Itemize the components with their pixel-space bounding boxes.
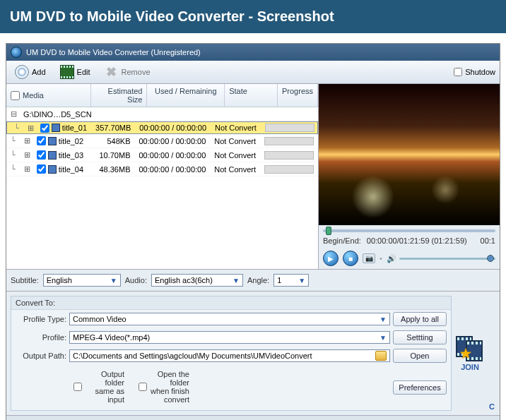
progress-bar xyxy=(265,124,314,132)
table-row[interactable]: └⊞title_0310.70MB00:00:00 / 00:00:00Not … xyxy=(6,148,318,162)
app-window: UM DVD to Mobile Video Converter (Unregi… xyxy=(6,43,500,420)
profile-type-label: Profile Type: xyxy=(16,315,66,323)
chevron-down-icon: ▼ xyxy=(233,277,240,284)
seek-thumb[interactable] xyxy=(326,227,331,235)
playback-controls: ▶ ■ 📷 • 🔊 xyxy=(319,248,500,269)
page-banner: UM DVD to Mobile Video Converter - Scree… xyxy=(0,0,506,33)
size-cell: 357.70MB xyxy=(91,121,135,134)
output-path-field[interactable]: C:\Documents and Settings\agcloud\My Doc… xyxy=(69,349,390,362)
add-button[interactable]: Add xyxy=(11,64,50,80)
state-cell: Not Convert xyxy=(210,135,260,148)
audio-select[interactable]: English ac3(6ch)▼ xyxy=(151,274,243,287)
progress-cell xyxy=(260,149,318,162)
media-cell: title_02 xyxy=(33,134,93,148)
time-cell: 00:00:00 / 00:00:00 xyxy=(134,149,210,162)
col-size[interactable]: Estimated Size xyxy=(91,84,148,107)
output-path-label: Output Path: xyxy=(16,352,66,360)
row-checkbox[interactable] xyxy=(37,136,46,145)
seek-track[interactable] xyxy=(323,229,495,232)
clip-icon xyxy=(48,151,57,160)
setting-button[interactable]: Settting xyxy=(393,330,447,344)
join-label: JOIN xyxy=(461,363,479,371)
col-media[interactable]: Media xyxy=(6,84,91,107)
profile-type-select[interactable]: Common Video▼ xyxy=(69,313,390,325)
title-text: title_04 xyxy=(59,165,83,174)
snapshot-button[interactable]: 📷 xyxy=(363,253,375,263)
seek-bar[interactable] xyxy=(319,225,500,234)
shutdown-label: Shutdow xyxy=(465,68,495,76)
disc-icon xyxy=(15,65,29,79)
row-checkbox[interactable] xyxy=(37,150,46,160)
stop-button[interactable]: ■ xyxy=(343,251,358,266)
angle-label: Angle: xyxy=(247,276,269,284)
stream-selectors: Subtitle: English▼ Audio: English ac3(6c… xyxy=(6,270,500,292)
time-info: Begin/End: 00:00:00/01:21:59 (01:21:59) … xyxy=(319,234,500,248)
clip-icon xyxy=(52,124,60,132)
apply-all-button[interactable]: Apply to all xyxy=(393,312,447,326)
time-cell: 00:00:00 / 00:00:00 xyxy=(134,163,210,176)
col-time[interactable]: Used / Remaining xyxy=(147,84,225,107)
size-cell: 548KB xyxy=(93,135,135,148)
join-button[interactable]: ★ JOIN xyxy=(456,336,484,371)
size-cell: 10.70MB xyxy=(93,149,135,162)
table-row[interactable]: └⊞title_0448.36MB00:00:00 / 00:00:00Not … xyxy=(6,162,318,176)
angle-select[interactable]: 1▼ xyxy=(273,274,309,287)
begin-end-label: Begin/End: xyxy=(323,236,361,245)
audio-label: Audio: xyxy=(125,276,147,284)
toolbar: Add Edit ✖ Remove Shutdow xyxy=(6,61,500,84)
state-cell: Not Convert xyxy=(210,149,260,162)
profile-select[interactable]: MPEG-4 Video(*.mp4)▼ xyxy=(69,331,390,344)
expand-icon[interactable]: ⊞ xyxy=(20,148,33,162)
time-cell: 00:00:00 / 00:00:00 xyxy=(135,121,211,134)
progress-cell xyxy=(260,163,318,176)
volume-control[interactable]: 🔊 xyxy=(387,254,495,263)
title-text: title_03 xyxy=(59,151,83,160)
truncated-action[interactable]: C xyxy=(489,402,495,411)
progress-cell xyxy=(261,121,319,134)
folder-icon[interactable] xyxy=(375,351,387,361)
x-icon: ✖ xyxy=(105,65,119,79)
same-folder-checkbox[interactable]: Output folder same as input xyxy=(73,370,124,404)
grid-header: Media Estimated Size Used / Remaining St… xyxy=(6,84,318,107)
select-all-checkbox[interactable] xyxy=(11,91,20,100)
progress-bar xyxy=(264,137,314,145)
volume-track[interactable] xyxy=(399,258,495,260)
size-cell: 48.36MB xyxy=(93,163,135,176)
edit-button[interactable]: Edit xyxy=(56,64,95,80)
subtitle-select[interactable]: English▼ xyxy=(43,274,121,287)
expand-icon[interactable]: ⊞ xyxy=(20,134,33,148)
title-text: title_02 xyxy=(59,137,83,145)
remove-button[interactable]: ✖ Remove xyxy=(100,64,155,80)
expand-icon[interactable]: ⊞ xyxy=(20,162,33,176)
film-icon xyxy=(60,65,74,79)
media-cell: title_01 xyxy=(36,121,91,135)
col-state[interactable]: State xyxy=(225,84,278,107)
play-button[interactable]: ▶ xyxy=(323,251,339,266)
open-button[interactable]: Open xyxy=(393,349,447,363)
shutdown-check-input[interactable] xyxy=(454,68,462,76)
add-label: Add xyxy=(32,68,46,76)
shutdown-checkbox[interactable]: Shutdow xyxy=(454,68,495,76)
convert-panel: Convert To: Profile Type: Common Video▼ … xyxy=(11,296,452,411)
progress-bar xyxy=(264,151,314,160)
chevron-down-icon: ▼ xyxy=(380,334,387,342)
volume-knob[interactable] xyxy=(487,255,494,262)
table-row[interactable]: └⊞title_01357.70MB00:00:00 / 00:00:00Not… xyxy=(6,121,318,134)
join-icon: ★ xyxy=(456,336,484,361)
row-checkbox[interactable] xyxy=(40,124,49,133)
table-row[interactable]: └⊞title_02548KB00:00:00 / 00:00:00Not Co… xyxy=(6,134,318,148)
grid-body: ⊟ G:\DINO…D5_SCN └⊞title_01357.70MB00:00… xyxy=(6,107,318,176)
preferences-button[interactable]: Preferences xyxy=(393,380,447,395)
divider: • xyxy=(380,254,382,263)
group-row[interactable]: ⊟ G:\DINO…D5_SCN xyxy=(6,107,318,121)
expand-icon[interactable]: ⊞ xyxy=(23,121,36,135)
col-progress[interactable]: Progress xyxy=(278,84,318,107)
progress-cell xyxy=(260,135,318,148)
open-folder-checkbox[interactable]: Open the folder when finish convert xyxy=(139,370,189,404)
row-checkbox[interactable] xyxy=(37,164,46,174)
video-preview[interactable] xyxy=(319,84,500,225)
group-label: G:\DINO…D5_SCN xyxy=(19,108,96,121)
collapse-icon[interactable]: ⊟ xyxy=(6,107,19,121)
content-area: Media Estimated Size Used / Remaining St… xyxy=(6,84,500,270)
title-text: title_01 xyxy=(62,124,87,132)
